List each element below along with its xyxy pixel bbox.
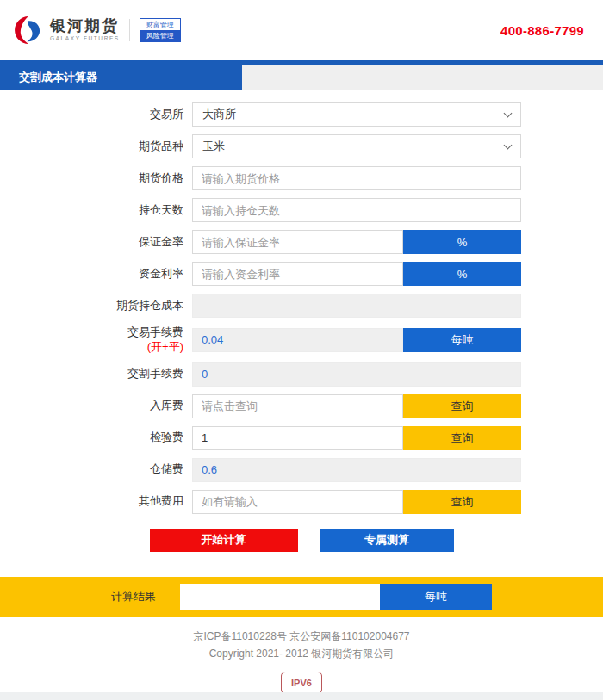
form-row-capital-rate: 资金利率% [97, 262, 603, 286]
result-unit-button[interactable]: 每吨 [380, 584, 492, 610]
form-row-storage-fee: 仓储费 [97, 458, 603, 482]
inspection-fee-label: 检验费 [97, 431, 183, 445]
capital-rate-button[interactable]: % [403, 262, 521, 286]
trading-fee-sublabel: (开+平) [97, 340, 183, 355]
exchange-field-group: 大商所 [192, 102, 521, 127]
form-row-holding-cost: 期货持仓成本 [97, 294, 603, 318]
variety-field-group: 玉米 [192, 134, 521, 158]
trading-fee-field-group: 每吨 [192, 328, 521, 352]
form-row-delivery-fee: 交割手续费 [97, 362, 603, 387]
copyright-text: Copyright 2021- 2012 银河期货有限公司 [0, 645, 603, 662]
brand: 银河期货 GALAXY FUTURES 财富管理 风险管理 [14, 15, 181, 45]
other-fee-field-group: 查询 [192, 490, 521, 514]
futures-price-field-group [192, 166, 521, 190]
other-fee-button[interactable]: 查询 [403, 490, 521, 514]
holding-cost-input [192, 294, 521, 318]
storage-in-fee-field-group: 查询 [192, 394, 521, 418]
storage-in-fee-label: 入库费 [97, 399, 183, 413]
tab-bar: 交割成本计算器 [0, 60, 603, 90]
result-bar: 计算结果 每吨 [0, 577, 603, 617]
form-row-holding-days: 持仓天数 [97, 198, 603, 222]
futures-price-label: 期货价格 [97, 171, 183, 186]
service-phone-number: 400-886-7799 [500, 23, 584, 38]
form-row-inspection-fee: 检验费查询 [97, 426, 603, 450]
form-row-storage-in-fee: 入库费查询 [97, 394, 603, 418]
header-divider [129, 19, 130, 41]
storage-in-fee-button[interactable]: 查询 [403, 394, 521, 418]
chevron-down-icon [504, 141, 513, 150]
exchange-select[interactable]: 大商所 [192, 102, 521, 127]
form-row-other-fee: 其他费用查询 [97, 490, 603, 514]
risk-management-badge: 风险管理 [140, 30, 180, 41]
margin-rate-input[interactable] [192, 230, 403, 254]
inspection-fee-input[interactable] [192, 426, 403, 450]
holding-cost-field-group [192, 294, 521, 318]
variety-select[interactable]: 玉米 [192, 134, 521, 158]
margin-rate-label: 保证金率 [97, 235, 183, 250]
delivery-fee-field-group [192, 362, 521, 387]
header: 银河期货 GALAXY FUTURES 财富管理 风险管理 400-886-77… [0, 0, 603, 60]
futures-price-input[interactable] [192, 166, 521, 190]
inspection-fee-field-group: 查询 [192, 426, 521, 450]
chevron-down-icon [504, 109, 513, 118]
holding-days-label: 持仓天数 [97, 203, 183, 218]
capital-rate-label: 资金利率 [97, 267, 183, 282]
galaxy-futures-logo-icon [14, 15, 43, 45]
exchange-label: 交易所 [97, 108, 183, 122]
start-calculation-button[interactable]: 开始计算 [150, 529, 298, 552]
storage-fee-input [192, 458, 521, 482]
storage-in-fee-input[interactable] [192, 394, 403, 418]
brand-text: 银河期货 GALAXY FUTURES [50, 18, 120, 42]
margin-rate-button[interactable]: % [403, 230, 521, 254]
delivery-fee-input [192, 362, 521, 387]
holding-days-input[interactable] [192, 198, 521, 222]
footer: 京ICP备11010228号 京公安网备110102004677 Copyrig… [0, 617, 603, 694]
form-row-trading-fee: 交易手续费(开+平)每吨 [97, 325, 603, 355]
form-row-exchange: 交易所大商所 [97, 102, 603, 127]
trading-fee-input [192, 328, 403, 352]
storage-fee-field-group [192, 458, 521, 482]
capital-rate-field-group: % [192, 262, 521, 286]
management-badge: 财富管理 风险管理 [140, 18, 181, 42]
icp-license-text: 京ICP备11010228号 京公安网备110102004677 [0, 628, 603, 645]
wealth-management-badge: 财富管理 [140, 19, 180, 30]
form-row-futures-price: 期货价格 [97, 166, 603, 190]
trading-fee-label: 交易手续费(开+平) [97, 325, 183, 355]
other-fee-input[interactable] [192, 490, 403, 514]
brand-name-cn: 银河期货 [50, 18, 120, 34]
margin-rate-field-group: % [192, 230, 521, 254]
inspection-fee-button[interactable]: 查询 [403, 426, 521, 450]
variety-label: 期货品种 [97, 139, 183, 154]
form-row-variety: 期货品种玉米 [97, 134, 603, 158]
variety-selected-value: 玉米 [202, 139, 225, 154]
storage-fee-label: 仓储费 [97, 462, 183, 477]
other-fee-label: 其他费用 [97, 494, 183, 509]
calculator-form: 交易所大商所期货品种玉米期货价格持仓天数保证金率%资金利率%期货持仓成本交易手续… [0, 90, 603, 514]
capital-rate-input[interactable] [192, 262, 403, 286]
ipv6-badge: IPV6 [281, 672, 322, 694]
holding-cost-label: 期货持仓成本 [97, 299, 183, 313]
result-label: 计算结果 [111, 589, 156, 604]
result-value-input[interactable] [180, 584, 380, 610]
tab-delivery-cost-calculator[interactable]: 交割成本计算器 [0, 65, 242, 90]
bottom-strip [0, 692, 603, 700]
holding-days-field-group [192, 198, 521, 222]
action-buttons: 开始计算 专属测算 [0, 529, 603, 552]
delivery-fee-label: 交割手续费 [97, 367, 183, 381]
exchange-selected-value: 大商所 [202, 107, 236, 122]
form-row-margin-rate: 保证金率% [97, 230, 603, 254]
trading-fee-button[interactable]: 每吨 [403, 328, 521, 352]
exclusive-estimate-button[interactable]: 专属测算 [320, 529, 454, 552]
brand-name-en: GALAXY FUTURES [50, 36, 120, 42]
